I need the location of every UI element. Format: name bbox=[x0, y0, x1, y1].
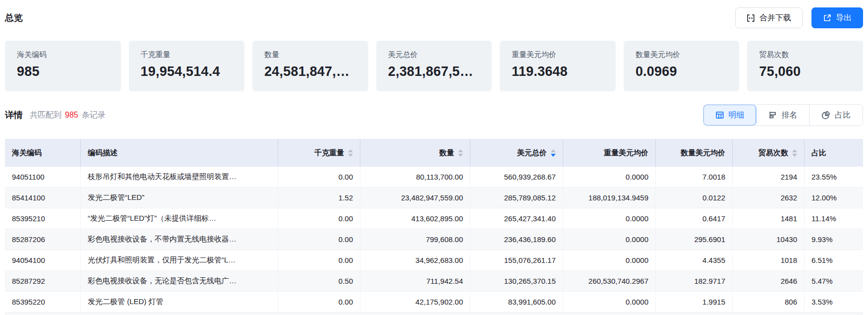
summary-card-value: 19,954,514.4 bbox=[141, 64, 233, 79]
cell-weight_usd_avg: 188,019,134.9459 bbox=[563, 188, 656, 208]
table-row: 94054100光伏灯具和照明装置，仅用于发光二极管“L…0.0034,962,… bbox=[5, 250, 863, 271]
cell-share: 9.93% bbox=[805, 229, 863, 250]
table-row: 85287206彩色电视接收设备，不带内置无线电接收器…0.00799,608.… bbox=[5, 229, 863, 250]
caret-down-icon bbox=[348, 154, 353, 157]
table-row: 85395220发光二极管 (LED) 灯管0.0042,175,902.008… bbox=[5, 292, 863, 313]
cell-share: 6.51% bbox=[805, 250, 863, 270]
cell-kg_weight: 1.52 bbox=[278, 188, 360, 208]
cell-qty_usd_avg: 182.9717 bbox=[656, 271, 733, 291]
caret-up-icon bbox=[551, 149, 556, 152]
column-header-hs_code: 海关编码 bbox=[5, 139, 81, 167]
column-header-label: 占比 bbox=[811, 148, 826, 158]
cell-hs_code: 85414100 bbox=[5, 188, 81, 208]
sort-carets-icon bbox=[458, 149, 463, 157]
cell-usd_total: 236,436,189.60 bbox=[470, 229, 563, 250]
caret-up-icon bbox=[348, 149, 353, 152]
cell-qty_usd_avg: 0.6417 bbox=[656, 208, 733, 229]
cell-description: 光伏灯具和照明装置，仅用于发光二极管“L… bbox=[81, 250, 278, 270]
table-row: 85414100发光二极管“LED”1.5223,482,947,559.002… bbox=[5, 188, 863, 208]
view-tab-排名[interactable]: 排名 bbox=[756, 105, 810, 126]
caret-down-icon bbox=[458, 154, 463, 157]
cell-usd_total: 130,265,370.15 bbox=[470, 271, 563, 291]
summary-card-label: 数量美元均价 bbox=[636, 50, 728, 60]
column-header-label: 千克重量 bbox=[314, 148, 344, 158]
view-tab-label: 排名 bbox=[782, 110, 798, 121]
column-header-label: 数量美元均价 bbox=[681, 148, 725, 158]
ranking-icon bbox=[768, 111, 777, 120]
cell-usd_total: 83,991,605.00 bbox=[470, 292, 563, 312]
summary-card-value: 2,381,867,5… bbox=[388, 64, 480, 79]
section-title-details: 详情 bbox=[5, 109, 23, 121]
summary-cards: 海关编码985千克重量19,954,514.4数量24,581,847,…美元总… bbox=[5, 41, 863, 91]
summary-card: 贸易次数75,060 bbox=[747, 41, 863, 91]
summary-card-label: 美元总价 bbox=[388, 50, 480, 60]
column-header-share: 占比 bbox=[805, 139, 863, 167]
summary-card-label: 重量美元均价 bbox=[512, 50, 604, 60]
summary-card-value: 75,060 bbox=[759, 64, 851, 79]
cell-weight_usd_avg: 0.0000 bbox=[563, 250, 656, 270]
pie-chart-icon bbox=[821, 111, 830, 120]
cell-quantity: 799,608.00 bbox=[360, 229, 470, 250]
column-header-weight_usd_avg: 重量美元均价 bbox=[563, 139, 656, 167]
column-header-quantity[interactable]: 数量 bbox=[360, 139, 470, 167]
cell-quantity: 80,113,700.00 bbox=[360, 167, 470, 187]
cell-share: 5.47% bbox=[805, 271, 863, 291]
cell-share: 11.14% bbox=[805, 208, 863, 229]
view-tab-占比[interactable]: 占比 bbox=[810, 105, 863, 126]
summary-card-value: 119.3648 bbox=[512, 64, 604, 79]
cell-kg_weight: 0.50 bbox=[278, 271, 360, 291]
cell-trade_count: 2194 bbox=[733, 167, 805, 187]
cell-usd_total: 285,789,085.12 bbox=[470, 188, 563, 208]
match-count: 985 bbox=[65, 111, 78, 119]
column-header-label: 编码描述 bbox=[88, 148, 117, 158]
cell-weight_usd_avg: 0.0000 bbox=[563, 208, 656, 229]
cell-quantity: 413,602,895.00 bbox=[360, 208, 470, 229]
merge-cells-icon bbox=[747, 14, 755, 22]
summary-card: 海关编码985 bbox=[5, 41, 121, 91]
merge-download-button[interactable]: 合并下载 bbox=[735, 7, 803, 28]
cell-trade_count: 2632 bbox=[733, 188, 805, 208]
cell-hs_code: 85395220 bbox=[5, 292, 81, 312]
data-table: 海关编码编码描述千克重量数量美元总价重量美元均价数量美元均价贸易次数占比 940… bbox=[5, 139, 863, 315]
column-header-label: 贸易次数 bbox=[758, 148, 788, 158]
cell-trade_count: 10430 bbox=[733, 229, 805, 250]
cell-quantity: 34,962,683.00 bbox=[360, 250, 470, 270]
table-icon bbox=[715, 111, 724, 120]
cell-hs_code: 85287206 bbox=[5, 229, 81, 250]
cell-description: 枝形吊灯和其他电动天花板或墙壁照明装置… bbox=[81, 167, 278, 187]
cell-description: “发光二极管“LED”灯”（未提供详细标… bbox=[81, 208, 278, 229]
cell-kg_weight: 0.00 bbox=[278, 167, 360, 187]
cell-trade_count: 1481 bbox=[733, 208, 805, 229]
topbar-actions: 合并下载 导出 bbox=[735, 7, 863, 28]
caret-up-icon bbox=[458, 149, 463, 152]
column-header-qty_usd_avg: 数量美元均价 bbox=[656, 139, 733, 167]
export-icon bbox=[823, 14, 831, 22]
table-row-partial bbox=[5, 313, 863, 315]
column-header-usd_total[interactable]: 美元总价 bbox=[470, 139, 563, 167]
details-left: 详情 共匹配到985条记录 bbox=[5, 109, 106, 121]
summary-card-label: 贸易次数 bbox=[759, 50, 851, 60]
cell-hs_code: 85287292 bbox=[5, 271, 81, 291]
summary-card: 美元总价2,381,867,5… bbox=[376, 41, 492, 91]
cell-description: 发光二极管“LED” bbox=[81, 188, 278, 208]
column-header-kg_weight[interactable]: 千克重量 bbox=[278, 139, 360, 167]
cell-description: 彩色电视接收设备，无论是否包含无线电广… bbox=[81, 271, 278, 291]
column-header-trade_count[interactable]: 贸易次数 bbox=[733, 139, 805, 167]
caret-down-icon bbox=[792, 154, 797, 157]
topbar: 总览 合并下载 导出 bbox=[0, 0, 868, 29]
summary-card-label: 数量 bbox=[264, 50, 356, 60]
summary-card-label: 海关编码 bbox=[17, 50, 109, 60]
summary-card-value: 0.0969 bbox=[636, 64, 728, 79]
cell-share: 3.53% bbox=[805, 292, 863, 312]
export-button[interactable]: 导出 bbox=[811, 7, 863, 28]
cell-trade_count: 806 bbox=[733, 292, 805, 312]
cell-usd_total: 265,427,341.40 bbox=[470, 208, 563, 229]
cell-trade_count: 2646 bbox=[733, 271, 805, 291]
cell-hs_code: 85395210 bbox=[5, 208, 81, 229]
view-tab-明细[interactable]: 明细 bbox=[703, 105, 756, 126]
page-title: 总览 bbox=[5, 12, 23, 24]
cell-qty_usd_avg: 295.6901 bbox=[656, 229, 733, 250]
cell-qty_usd_avg: 4.4355 bbox=[656, 250, 733, 270]
column-header-label: 数量 bbox=[439, 148, 454, 158]
summary-card: 数量美元均价0.0969 bbox=[624, 41, 740, 91]
